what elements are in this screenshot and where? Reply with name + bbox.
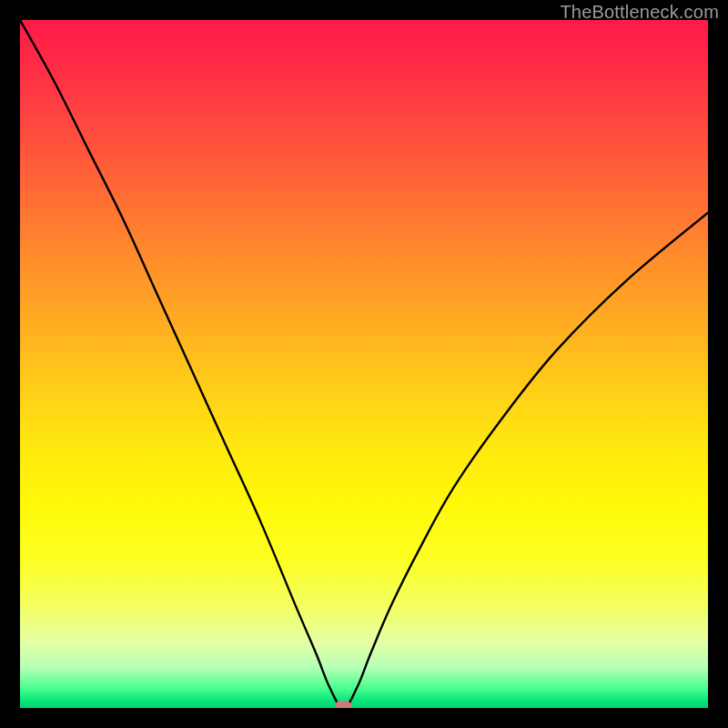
plot-area [20,20,708,708]
chart-frame: TheBottleneck.com [0,0,728,728]
bottleneck-curve [20,20,708,708]
optimum-marker [335,701,351,708]
